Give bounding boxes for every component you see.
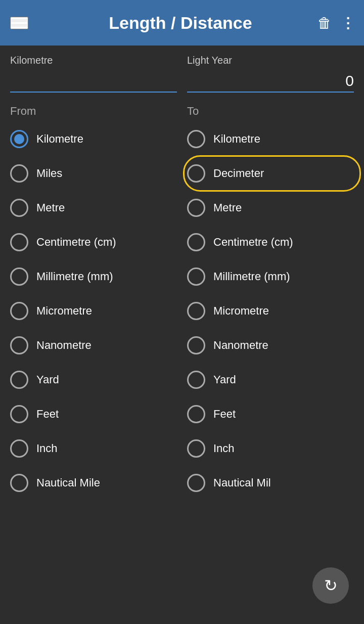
to-option-micrometre-label: Micrometre [213, 304, 269, 318]
from-to-headers: From To [0, 93, 364, 122]
to-option-millimetre[interactable]: Millimetre (mm) [187, 259, 354, 294]
to-radio-nanometre [187, 336, 205, 354]
to-header: To [187, 105, 354, 118]
to-option-centimetre-label: Centimetre (cm) [213, 236, 293, 249]
from-header: From [10, 105, 177, 118]
to-option-feet[interactable]: Feet [187, 397, 354, 431]
to-radio-feet [187, 405, 205, 423]
from-option-nanometre[interactable]: Nanometre [10, 328, 177, 363]
to-radio-decimeter [187, 164, 205, 183]
swap-fab-button[interactable]: ↻ [312, 567, 349, 604]
from-option-nautical-mile-label: Nautical Mile [36, 476, 100, 489]
from-option-feet-label: Feet [36, 408, 59, 421]
to-option-millimetre-label: Millimetre (mm) [213, 270, 290, 283]
from-radio-nanometre [10, 336, 28, 354]
options-container: Kilometre Miles Metre Centimetre (cm) Mi… [0, 122, 364, 500]
to-option-micrometre[interactable]: Micrometre [187, 294, 354, 328]
to-option-nautical-mile[interactable]: Nautical Mil [187, 466, 354, 500]
header-actions: 🗑 ⋮ [317, 15, 354, 31]
to-option-yard[interactable]: Yard [187, 363, 354, 397]
from-radio-miles [10, 164, 28, 183]
page-title: Length / Distance [43, 13, 317, 33]
from-radio-metre [10, 199, 28, 217]
more-button[interactable]: ⋮ [341, 15, 354, 31]
from-option-centimetre[interactable]: Centimetre (cm) [10, 225, 177, 259]
trash-icon: 🗑 [317, 15, 332, 31]
from-radio-kilometre [10, 130, 28, 148]
from-option-feet[interactable]: Feet [10, 397, 177, 431]
from-option-yard-label: Yard [36, 373, 59, 386]
from-option-micrometre[interactable]: Micrometre [10, 294, 177, 328]
from-radio-feet [10, 405, 28, 423]
to-radio-millimetre [187, 268, 205, 286]
to-option-inch-label: Inch [213, 442, 235, 455]
inputs-row: Kilometre Light Year [0, 46, 364, 93]
from-option-metre[interactable]: Metre [10, 191, 177, 225]
to-radio-metre [187, 199, 205, 217]
from-option-millimetre-label: Millimetre (mm) [36, 270, 113, 283]
to-radio-yard [187, 371, 205, 389]
more-icon: ⋮ [341, 15, 354, 31]
from-option-kilometre[interactable]: Kilometre [10, 122, 177, 156]
from-option-inch-label: Inch [36, 442, 58, 455]
to-input-group: Light Year [187, 55, 354, 93]
from-option-millimetre[interactable]: Millimetre (mm) [10, 259, 177, 294]
from-input-group: Kilometre [10, 55, 177, 93]
to-option-metre-label: Metre [213, 201, 242, 214]
swap-icon: ↻ [324, 576, 338, 595]
to-option-kilometre[interactable]: Kilometre [187, 122, 354, 156]
to-radio-micrometre [187, 302, 205, 320]
from-options-column: Kilometre Miles Metre Centimetre (cm) Mi… [10, 122, 177, 500]
to-radio-nautical-mile [187, 474, 205, 492]
to-option-decimeter[interactable]: Decimeter [187, 156, 354, 191]
from-option-yard[interactable]: Yard [10, 363, 177, 397]
to-radio-inch [187, 439, 205, 458]
from-radio-centimetre [10, 233, 28, 251]
from-option-metre-label: Metre [36, 201, 65, 214]
to-input[interactable] [187, 70, 354, 93]
from-input-label: Kilometre [10, 55, 177, 66]
to-option-nanometre[interactable]: Nanometre [187, 328, 354, 363]
to-option-feet-label: Feet [213, 408, 236, 421]
to-option-inch[interactable]: Inch [187, 431, 354, 466]
to-option-kilometre-label: Kilometre [213, 132, 260, 146]
from-radio-kilometre-inner [14, 134, 24, 144]
from-radio-inch [10, 439, 28, 458]
app-header: Length / Distance 🗑 ⋮ [0, 0, 364, 46]
from-radio-millimetre [10, 268, 28, 286]
to-option-decimeter-label: Decimeter [213, 167, 264, 180]
from-option-micrometre-label: Micrometre [36, 304, 92, 318]
from-option-miles-label: Miles [36, 167, 62, 180]
from-option-centimetre-label: Centimetre (cm) [36, 236, 116, 249]
to-option-nanometre-label: Nanometre [213, 339, 268, 352]
menu-button[interactable] [10, 17, 28, 29]
from-radio-nautical-mile [10, 474, 28, 492]
from-radio-yard [10, 371, 28, 389]
from-option-miles[interactable]: Miles [10, 156, 177, 191]
from-option-nautical-mile[interactable]: Nautical Mile [10, 466, 177, 500]
to-option-yard-label: Yard [213, 373, 236, 386]
delete-button[interactable]: 🗑 [317, 15, 332, 31]
from-input[interactable] [10, 70, 177, 93]
from-radio-micrometre [10, 302, 28, 320]
to-radio-kilometre [187, 130, 205, 148]
to-input-label: Light Year [187, 55, 354, 66]
to-options-column: Kilometre Decimeter Metre Centimetre (cm… [187, 122, 354, 500]
to-option-nautical-mile-label: Nautical Mil [213, 476, 271, 489]
from-option-kilometre-label: Kilometre [36, 132, 83, 146]
to-option-centimetre[interactable]: Centimetre (cm) [187, 225, 354, 259]
to-option-metre[interactable]: Metre [187, 191, 354, 225]
from-option-inch[interactable]: Inch [10, 431, 177, 466]
from-option-nanometre-label: Nanometre [36, 339, 92, 352]
to-radio-centimetre [187, 233, 205, 251]
